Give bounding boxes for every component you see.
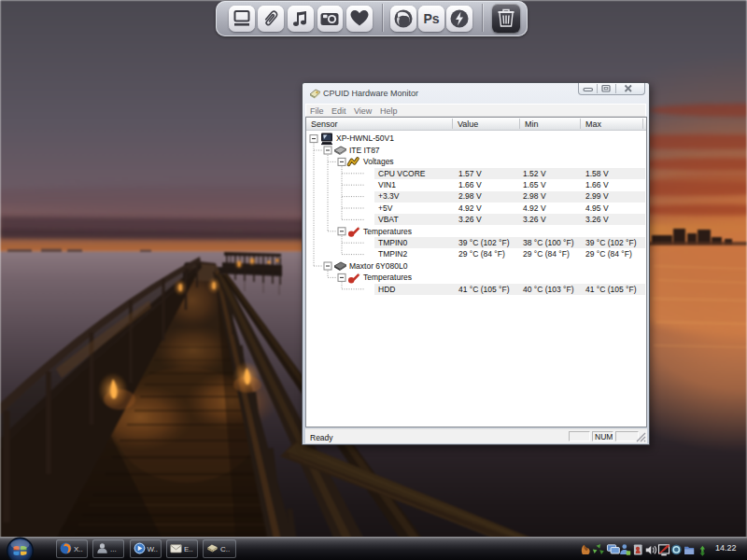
svg-text:Ps: Ps — [423, 11, 439, 26]
